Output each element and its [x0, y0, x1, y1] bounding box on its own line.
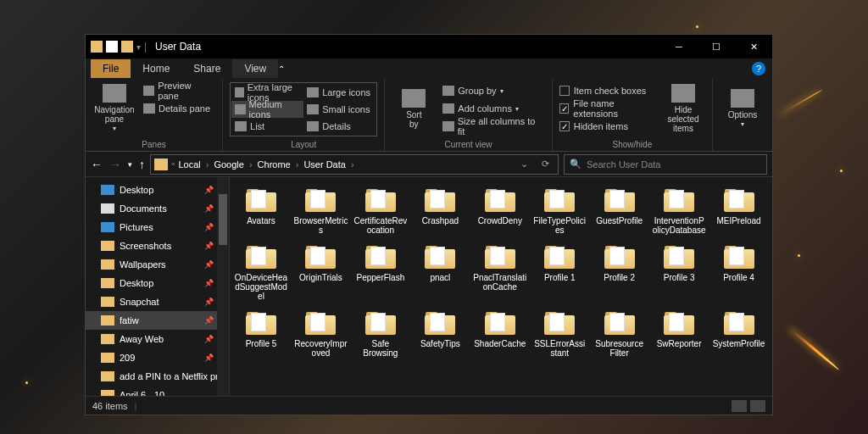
- tree-item[interactable]: Desktop📌: [86, 274, 229, 292]
- folder-item[interactable]: RecoveryImproved: [292, 307, 348, 360]
- folder-item[interactable]: Profile 2: [592, 241, 648, 303]
- folder-icon: [101, 297, 114, 307]
- sort-by-button[interactable]: Sort by: [392, 82, 436, 135]
- back-button[interactable]: ←: [91, 158, 103, 171]
- folder-item[interactable]: MEIPreload: [711, 184, 767, 237]
- folder-item[interactable]: PepperFlash: [353, 241, 409, 303]
- tree-item[interactable]: 209📌: [86, 348, 229, 367]
- folder-item[interactable]: pnacl: [412, 241, 468, 303]
- folder-item[interactable]: Profile 5: [233, 307, 289, 360]
- folder-item[interactable]: FileTypePolicies: [531, 184, 587, 237]
- folder-item[interactable]: Profile 4: [711, 241, 767, 303]
- folder-item[interactable]: SwReporter: [651, 307, 707, 360]
- tab-file[interactable]: File: [91, 59, 131, 78]
- breadcrumb-item[interactable]: Local: [178, 159, 200, 170]
- folder-item[interactable]: CertificateRevocation: [353, 184, 409, 237]
- refresh-icon[interactable]: ⟳: [537, 159, 554, 170]
- breadcrumb-item[interactable]: Google: [214, 159, 243, 170]
- folder-icon: [303, 243, 337, 270]
- scrollbar-thumb[interactable]: [219, 194, 227, 245]
- folder-item[interactable]: Profile 3: [651, 241, 707, 303]
- folder-item[interactable]: Subresource Filter: [592, 307, 648, 360]
- tree-item[interactable]: add a PIN to a Netflix profi: [86, 367, 229, 386]
- breadcrumb[interactable]: « Local› Google› Chrome› User Data› ⌄ ⟳: [150, 154, 559, 175]
- close-button[interactable]: ✕: [735, 35, 772, 58]
- folder-item[interactable]: SystemProfile: [711, 307, 767, 360]
- tab-home[interactable]: Home: [131, 59, 181, 78]
- folder-item[interactable]: OriginTrials: [292, 241, 348, 303]
- tree-item[interactable]: Desktop📌: [86, 181, 229, 199]
- folder-item[interactable]: OnDeviceHeadSuggestModel: [233, 241, 289, 303]
- folder-icon: [101, 390, 114, 396]
- tree-item[interactable]: Wallpapers📌: [86, 255, 229, 274]
- folder-item[interactable]: Avatars: [233, 184, 289, 237]
- file-extensions-checkbox[interactable]: File name extensions: [559, 100, 658, 117]
- folder-item[interactable]: BrowserMetrics: [292, 184, 348, 237]
- minimize-button[interactable]: ─: [660, 35, 698, 58]
- large-icons-button[interactable]: Large icons: [303, 84, 376, 101]
- folder-icon: [303, 186, 337, 214]
- folder-item[interactable]: SSLErrorAssistant: [531, 307, 587, 360]
- tab-share[interactable]: Share: [181, 59, 232, 78]
- breadcrumb-item[interactable]: User Data: [303, 159, 346, 170]
- breadcrumb-dropdown-icon[interactable]: ⌄: [515, 159, 533, 170]
- tree-item[interactable]: Snapchat📌: [86, 292, 229, 311]
- tree-item[interactable]: Screenshots📌: [86, 236, 229, 255]
- item-check-boxes-checkbox[interactable]: Item check boxes: [559, 82, 658, 99]
- details-view-icon[interactable]: [732, 400, 747, 412]
- maximize-button[interactable]: ☐: [698, 35, 735, 58]
- search-input[interactable]: 🔍 Search User Data: [564, 154, 767, 175]
- forward-button[interactable]: →: [109, 158, 121, 171]
- up-button[interactable]: ↑: [139, 158, 145, 171]
- small-icons-button[interactable]: Small icons: [303, 101, 376, 118]
- ribbon-tabs: File Home Share View ⌃ ?: [86, 58, 772, 79]
- tree-item[interactable]: Documents📌: [86, 199, 229, 218]
- hide-selected-button[interactable]: Hide selected items: [661, 82, 705, 135]
- icons-view-icon[interactable]: [750, 400, 765, 412]
- recent-button[interactable]: ▾: [128, 160, 132, 169]
- list-button[interactable]: List: [231, 118, 303, 135]
- collapse-ribbon-icon[interactable]: ⌃: [278, 64, 285, 74]
- folder-icon: [101, 278, 114, 288]
- qa-icon[interactable]: [106, 41, 118, 53]
- tree-item[interactable]: Pictures📌: [86, 218, 229, 236]
- options-button[interactable]: Options▾: [720, 82, 765, 135]
- folder-icon: [101, 334, 114, 344]
- hidden-items-checkbox[interactable]: Hidden items: [559, 118, 658, 135]
- folder-item[interactable]: Safe Browsing: [353, 307, 409, 360]
- tree-item[interactable]: April 6 - 10: [86, 386, 229, 396]
- folder-icon: [101, 241, 114, 251]
- tab-view[interactable]: View: [232, 59, 278, 78]
- size-columns-button[interactable]: Size all columns to fit: [439, 118, 544, 135]
- details-pane-button[interactable]: Details pane: [140, 100, 215, 117]
- preview-pane-button[interactable]: Preview pane: [140, 82, 215, 99]
- qa-icon-2[interactable]: [121, 41, 133, 53]
- ribbon: Navigation pane▾ Preview pane Details pa…: [86, 79, 772, 152]
- details-button[interactable]: Details: [303, 118, 376, 135]
- folder-icon: [101, 315, 114, 326]
- folder-item[interactable]: CrowdDeny: [472, 184, 528, 237]
- help-icon[interactable]: ?: [752, 62, 765, 75]
- group-by-button[interactable]: Group by ▾: [439, 82, 544, 99]
- medium-icons-button[interactable]: Medium icons: [231, 101, 303, 118]
- folder-item[interactable]: PnaclTranslationCache: [472, 241, 528, 303]
- folder-item[interactable]: GuestProfile: [592, 184, 648, 237]
- folder-icon: [244, 309, 278, 337]
- folder-item[interactable]: ShaderCache: [472, 307, 528, 360]
- folder-item[interactable]: Crashpad: [412, 184, 468, 237]
- tree-item[interactable]: Away Web📌: [86, 330, 229, 348]
- navigation-pane-button[interactable]: Navigation pane▾: [92, 82, 136, 135]
- folder-icon: [603, 243, 637, 270]
- folder-icon: [423, 186, 457, 214]
- folder-icon: [542, 309, 576, 337]
- tree-item[interactable]: fatiw📌: [86, 311, 229, 330]
- extra-large-icons-button[interactable]: Extra large icons: [231, 84, 303, 101]
- folder-item[interactable]: Profile 1: [531, 241, 587, 303]
- pin-icon: 📌: [204, 353, 214, 362]
- folder-item[interactable]: SafetyTips: [412, 307, 468, 360]
- folder-item[interactable]: InterventionPolicyDatabase: [651, 184, 707, 237]
- breadcrumb-item[interactable]: Chrome: [258, 159, 291, 170]
- folder-icon: [483, 309, 517, 337]
- add-columns-button[interactable]: Add columns ▾: [439, 100, 544, 117]
- folder-icon: [423, 243, 457, 270]
